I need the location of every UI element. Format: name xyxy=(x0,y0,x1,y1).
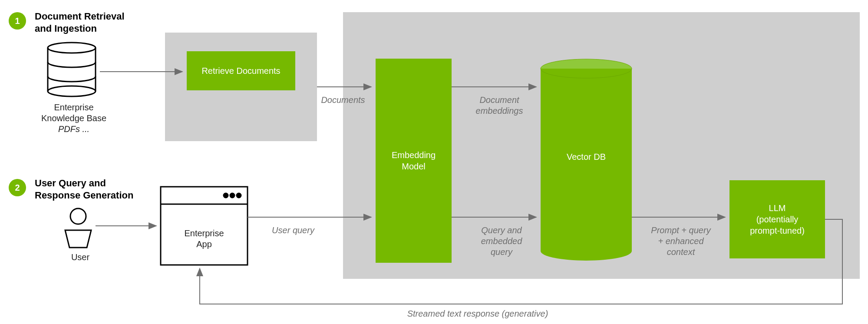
edge-query-embedded: Query and embedded query xyxy=(462,225,541,258)
edge-prompt-context: Prompt + query + enhanced context xyxy=(637,225,724,258)
edge-document-embeddings: Document embeddings xyxy=(460,95,538,116)
edge-user-query: User query xyxy=(258,225,328,236)
edge-documents: Documents xyxy=(313,95,373,106)
arrows-layer xyxy=(0,0,868,324)
diagram-canvas: 1 Document Retrieval and Ingestion 2 Use… xyxy=(0,0,868,324)
edge-streamed-response: Streamed text response (generative) xyxy=(369,308,586,319)
